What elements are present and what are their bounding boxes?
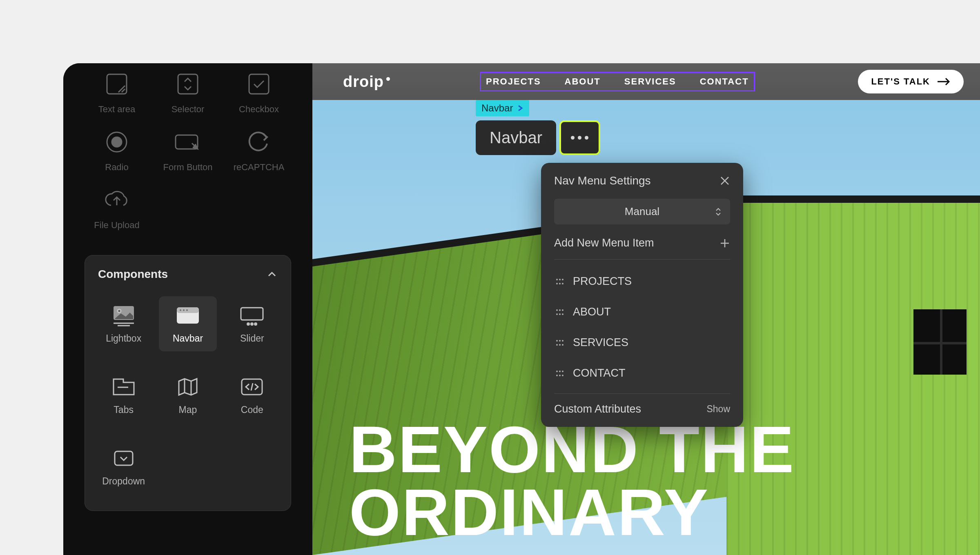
component-dropdown[interactable]: Dropdown xyxy=(95,439,152,494)
navbar-element[interactable]: PROJECTS ABOUT SERVICES CONTACT xyxy=(480,72,755,91)
components-title: Components xyxy=(98,268,168,281)
site-logo[interactable]: droip xyxy=(343,73,390,91)
svg-point-35 xyxy=(559,313,561,315)
component-label: Slider xyxy=(240,333,264,344)
components-header[interactable]: Components xyxy=(95,268,281,281)
svg-point-28 xyxy=(556,283,558,284)
svg-rect-2 xyxy=(249,74,269,94)
component-tabs[interactable]: Tabs xyxy=(95,368,152,423)
logo-text: droip xyxy=(343,73,384,91)
menu-item-row[interactable]: CONTACT xyxy=(554,358,730,388)
nav-link-about[interactable]: ABOUT xyxy=(565,76,601,87)
custom-attributes-row: Custom Attributes Show xyxy=(554,403,730,415)
svg-point-45 xyxy=(562,371,564,372)
widget-recaptcha[interactable]: reCAPTCHA xyxy=(227,128,291,173)
drag-handle-icon[interactable] xyxy=(556,370,564,377)
svg-point-27 xyxy=(562,279,564,280)
add-menu-item-button[interactable]: Add New Menu Item xyxy=(554,237,730,260)
selection-chip-label[interactable]: Navbar xyxy=(476,120,556,155)
widget-checkbox[interactable]: Checkbox xyxy=(227,70,291,115)
component-lightbox[interactable]: Lightbox xyxy=(95,296,152,351)
nav-link-services[interactable]: SERVICES xyxy=(624,76,676,87)
checkbox-icon xyxy=(245,70,273,98)
hero-heading: BEYOND THE ORDINARY xyxy=(349,418,795,544)
show-toggle[interactable]: Show xyxy=(706,404,730,415)
form-button-icon xyxy=(174,128,202,156)
svg-point-18 xyxy=(255,323,257,325)
plus-icon xyxy=(719,238,730,249)
svg-point-30 xyxy=(562,283,564,284)
menu-item-row[interactable]: PROJECTS xyxy=(554,266,730,297)
svg-point-36 xyxy=(562,313,564,315)
drag-handle-icon[interactable] xyxy=(556,340,564,346)
widget-label: Radio xyxy=(105,162,128,173)
menu-item-row[interactable]: ABOUT xyxy=(554,297,730,327)
mode-select[interactable]: Manual xyxy=(554,199,730,224)
more-options-button[interactable] xyxy=(559,120,600,155)
svg-point-7 xyxy=(118,309,121,313)
widget-selector[interactable]: Selector xyxy=(156,70,220,115)
widget-form-button[interactable]: Form Button xyxy=(156,128,220,173)
selection-tag[interactable]: Navbar xyxy=(476,100,529,116)
menu-item-label: SERVICES xyxy=(573,336,628,349)
drag-handle-icon[interactable] xyxy=(556,278,564,285)
widget-textarea[interactable]: Text area xyxy=(85,70,149,115)
svg-point-39 xyxy=(562,340,564,342)
hero-line-2: ORDINARY xyxy=(349,481,795,544)
component-code[interactable]: Code xyxy=(223,368,281,423)
widget-label: reCAPTCHA xyxy=(234,162,285,173)
svg-point-31 xyxy=(556,309,558,311)
svg-point-17 xyxy=(251,323,253,325)
panel-header: Nav Menu Settings xyxy=(554,174,730,187)
app-window: Text area Selector Checkbox Radio xyxy=(63,63,980,555)
svg-point-34 xyxy=(556,313,558,315)
cta-button[interactable]: LET'S TALK xyxy=(858,70,964,93)
svg-point-4 xyxy=(112,137,122,147)
navbar-icon xyxy=(174,304,202,327)
menu-item-row[interactable]: SERVICES xyxy=(554,327,730,358)
svg-point-41 xyxy=(559,344,561,346)
tabs-icon xyxy=(109,375,138,399)
svg-point-33 xyxy=(562,309,564,311)
components-section: Components Lightbox Navbar xyxy=(85,255,291,511)
dot-icon xyxy=(585,136,588,140)
site-header: droip PROJECTS ABOUT SERVICES CONTACT LE… xyxy=(312,63,980,100)
dot-icon xyxy=(578,136,581,140)
menu-item-label: CONTACT xyxy=(573,367,626,380)
svg-point-32 xyxy=(559,309,561,311)
widget-label: Text area xyxy=(98,104,136,115)
component-slider[interactable]: Slider xyxy=(223,296,281,351)
component-map[interactable]: Map xyxy=(159,368,216,423)
nav-link-contact[interactable]: CONTACT xyxy=(700,76,749,87)
widget-label: Selector xyxy=(172,104,205,115)
component-label: Navbar xyxy=(173,333,203,344)
widget-label: Form Button xyxy=(163,162,212,173)
dot-icon xyxy=(571,136,575,140)
components-grid: Lightbox Navbar Slider xyxy=(95,296,281,494)
drag-handle-icon[interactable] xyxy=(556,309,564,315)
menu-item-label: ABOUT xyxy=(573,306,611,318)
radio-icon xyxy=(102,128,131,156)
cta-label: LET'S TALK xyxy=(871,76,930,87)
recaptcha-icon xyxy=(245,128,273,156)
close-button[interactable] xyxy=(719,175,730,186)
widget-radio[interactable]: Radio xyxy=(85,128,149,173)
svg-point-43 xyxy=(556,371,558,372)
svg-point-48 xyxy=(562,375,564,376)
svg-point-12 xyxy=(180,309,181,311)
menu-item-label: PROJECTS xyxy=(573,275,632,288)
component-navbar[interactable]: Navbar xyxy=(159,296,216,351)
selector-icon xyxy=(174,70,202,98)
selection-tag-label: Navbar xyxy=(481,102,513,114)
divider xyxy=(554,393,730,394)
nav-link-projects[interactable]: PROJECTS xyxy=(486,76,541,87)
svg-rect-1 xyxy=(178,74,198,94)
custom-attributes-label: Custom Attributes xyxy=(554,403,641,415)
building-window xyxy=(913,309,967,375)
widget-file-upload[interactable]: File Upload xyxy=(85,186,149,231)
component-label: Tabs xyxy=(114,404,134,415)
panel-title: Nav Menu Settings xyxy=(554,174,651,187)
file-upload-icon xyxy=(102,186,131,214)
canvas[interactable]: droip PROJECTS ABOUT SERVICES CONTACT LE… xyxy=(312,63,980,555)
code-icon xyxy=(238,375,266,399)
